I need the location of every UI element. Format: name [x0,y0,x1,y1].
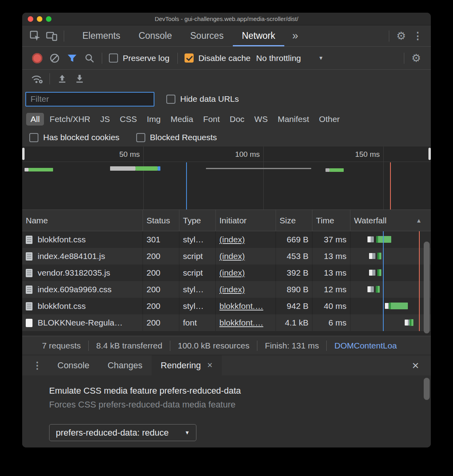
filter-pill-font[interactable]: Font [199,113,224,126]
column-header-time[interactable]: Time [312,210,350,231]
status-cell: 200 [143,298,179,314]
throttling-dropdown[interactable]: No throttling ▼ [256,53,324,63]
network-settings-gear-icon[interactable]: ⚙ [408,50,424,67]
prefers-reduced-data-select[interactable]: prefers-reduced-data: reduce ▼ [49,424,196,441]
drawer-menu-kebab-icon[interactable]: ⋮ [26,360,48,371]
tab-close-icon[interactable]: × [207,360,212,371]
prefers-reduced-data-value: prefers-reduced-data: reduce [56,428,169,438]
size-cell: 392 B [276,265,312,281]
initiator-link[interactable]: blokkfont.… [219,318,263,327]
filter-pill-media[interactable]: Media [166,113,198,126]
type-cell: styl… [179,298,216,314]
column-header-initiator[interactable]: Initiator [216,210,276,231]
timeline-activity-bar [110,166,135,171]
tab-sources[interactable]: Sources [181,25,232,46]
waterfall-cell [350,281,431,298]
blocked-requests-checkbox[interactable] [136,133,145,142]
type-cell: styl… [179,281,216,298]
filter-funnel-icon[interactable] [63,50,81,67]
initiator-link[interactable]: (index) [219,251,245,261]
table-row[interactable]: blokkfont.css301styl…(index)669 B37 ms [22,231,431,248]
record-icon [32,53,42,63]
record-network-log-button[interactable] [29,50,46,67]
filter-pill-img[interactable]: Img [143,113,165,126]
filter-pill-js[interactable]: JS [96,113,114,126]
initiator-link[interactable]: (index) [219,285,245,294]
filter-input[interactable] [25,92,154,107]
tab-network[interactable]: Network [233,25,284,46]
divider [389,30,389,42]
network-conditions-icon[interactable] [29,70,46,88]
settings-gear-icon[interactable]: ⚙ [393,28,409,44]
column-header-size[interactable]: Size [276,210,312,231]
column-header-name[interactable]: Name [22,210,143,231]
summary-requests: 7 requests [35,341,88,350]
request-name-cell: BLOKKNeue-Regula… [22,314,143,331]
inspect-element-icon[interactable] [27,28,44,44]
export-har-icon[interactable] [71,70,88,88]
device-toolbar-icon[interactable] [44,28,60,44]
filter-pill-all[interactable]: All [26,113,44,126]
preserve-log-label: Preserve log [123,53,169,63]
clear-network-log-icon[interactable] [46,50,63,67]
filter-pill-manifest[interactable]: Manifest [273,113,313,126]
column-header-type[interactable]: Type [179,210,216,231]
filter-pill-other[interactable]: Other [315,113,345,126]
table-row[interactable]: BLOKKNeue-Regula…200fontblokkfont.…4.1 k… [22,314,431,331]
divider [102,53,102,64]
drawer-tab-changes[interactable]: Changes [99,355,152,375]
table-row[interactable]: index.609a9969.css200styl…(index)890 B12… [22,281,431,298]
more-tabs-button[interactable]: » [284,30,306,42]
timeline-activity-bar [25,168,29,171]
initiator-link[interactable]: (index) [219,268,245,278]
file-icon [26,236,32,244]
initiator-link[interactable]: (index) [219,235,245,244]
drawer-scrollbar-thumb[interactable] [424,378,430,400]
file-icon [26,302,32,310]
overview-left-grip[interactable] [22,148,25,160]
disable-cache-checkbox[interactable] [185,53,194,63]
hide-data-urls-checkbox[interactable] [166,95,175,104]
table-row[interactable]: vendor.93182035.js200script(index)392 B1… [22,265,431,281]
zoom-window-button[interactable] [46,16,51,22]
rendering-panel: Emulate CSS media feature prefers-reduce… [22,375,431,447]
timeline-activity-bar [329,168,344,172]
waterfall-bar [389,303,408,309]
minimize-window-button[interactable] [37,16,42,22]
sort-arrow-icon[interactable]: ▲ [416,217,422,224]
filter-pill-doc[interactable]: Doc [225,113,249,126]
import-har-icon[interactable] [53,70,71,88]
has-blocked-cookies-checkbox[interactable] [29,133,38,142]
close-window-button[interactable] [28,16,33,22]
timeline-tick-label: 50 ms [119,150,143,159]
table-row[interactable]: blokkfont.css200styl…blokkfont.…942 B40 … [22,298,431,314]
drawer-tab-rendering[interactable]: Rendering× [152,355,222,375]
tab-elements[interactable]: Elements [73,25,129,46]
summary-domcontentloaded: DOMContentLoa [327,341,404,350]
status-cell: 200 [143,265,179,281]
initiator-link[interactable]: blokkfont.… [219,301,263,311]
filter-pill-fetch-xhr[interactable]: Fetch/XHR [45,113,95,126]
request-name-cell: index.4e884101.js [22,248,143,265]
chevron-down-icon: ▼ [318,55,324,61]
waterfall-wait-chip [367,236,374,242]
initiator-cell: blokkfont.… [216,298,276,314]
filter-pill-css[interactable]: CSS [116,113,141,126]
overview-right-grip[interactable] [428,148,431,160]
timeline-tick-label: 150 ms [355,150,383,159]
main-menu-kebab-icon[interactable]: ⋮ [409,28,426,44]
blocked-requests-label: Blocked Requests [150,133,217,142]
divider [404,53,404,64]
timeline-gridline [263,147,264,209]
table-row[interactable]: index.4e884101.js200script(index)453 B13… [22,248,431,265]
search-icon[interactable] [81,50,98,67]
filter-pill-ws[interactable]: WS [250,113,272,126]
initiator-cell: (index) [216,265,276,281]
network-overview-timeline[interactable]: 50 ms100 ms150 ms [22,147,431,210]
column-header-status[interactable]: Status [143,210,179,231]
tab-console[interactable]: Console [129,25,181,46]
column-header-waterfall[interactable]: Waterfall ▲ [350,210,431,231]
preserve-log-checkbox[interactable] [109,53,118,63]
drawer-tab-console[interactable]: Console [48,355,99,375]
drawer-close-icon[interactable]: × [404,359,427,372]
